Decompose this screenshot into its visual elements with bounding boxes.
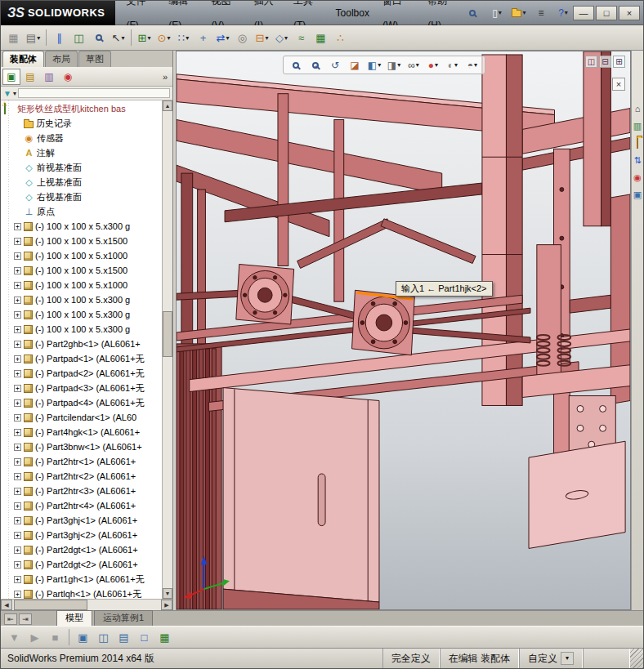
expander-icon[interactable]: + [14,532,21,539]
expander-icon[interactable]: + [14,444,21,451]
close-preview-icon[interactable]: × [612,78,625,91]
tree-item-8[interactable]: +(-) 100 x 100 x 5.x1500 [1,234,162,248]
viewport-layout-icon[interactable]: ◫ [94,628,113,647]
panel-expand-icon[interactable]: » [159,72,171,82]
apply-scene-icon[interactable]: ◐▾ [444,57,462,73]
vscroll-track[interactable] [163,111,172,588]
filter-caret-icon[interactable]: ▾ [13,90,16,97]
scroll-left-icon[interactable]: ◀ [1,600,12,610]
tree-item-23[interactable]: +(-) Part2htr<1> (AL6061+ [1,454,162,469]
tree-item-29[interactable]: +(-) Part2dgt<1> (AL6061+ [1,542,162,557]
feature-manager-icon[interactable]: ▣ [2,69,20,85]
view-orientation-icon[interactable]: ◧▾ [365,57,383,73]
expander-icon[interactable]: + [14,429,21,436]
exploded-view-icon[interactable]: ∴ [331,29,350,47]
mate-icon[interactable]: ⊙▾ [154,29,173,47]
bottom-tab-模型[interactable]: 模型 [56,610,92,626]
expander-icon[interactable]: + [14,355,21,363]
tree-item-11[interactable]: +(-) 100 x 100 x 5.x1000 [1,278,162,292]
tree-vertical-scrollbar[interactable]: ▲ ▼ [162,100,172,599]
update-icon[interactable]: ⇅ [632,154,643,167]
property-manager-icon[interactable]: ▤ [21,69,39,85]
tree-item-9[interactable]: +(-) 100 x 100 x 5.x1000 [1,248,162,263]
reference-geometry-icon[interactable]: ◇▾ [272,29,291,47]
tree-item-24[interactable]: +(-) Part2htr<2> (AL6061+ [1,469,162,484]
stop-icon[interactable]: ■ [46,628,65,647]
display-manager-icon[interactable]: ◉ [59,69,77,85]
new-document-icon[interactable]: ▯▾ [487,5,507,21]
tree-item-22[interactable]: +(-) Part3bnw<1> (AL6061+ [1,439,162,454]
isolate-icon[interactable]: ▣ [74,628,92,647]
open-icon[interactable]: ▾ [509,5,529,21]
scroll-down-icon[interactable]: ▼ [163,588,172,599]
custom-props-icon[interactable]: ▣ [632,189,643,201]
expander-icon[interactable]: + [14,370,21,377]
pane-grid-icon[interactable]: ⊞ [613,56,625,68]
expander-icon[interactable]: + [14,473,21,480]
model-plates[interactable] [223,388,379,609]
tab-草图[interactable]: 草图 [78,51,111,67]
resize-grip[interactable] [630,649,643,668]
tree-item-16[interactable]: +(-) Partpad<1> (AL6061+无 [1,351,162,366]
view-settings-icon[interactable]: ◓▾ [463,57,481,73]
insert-component-icon[interactable]: ⊞▾ [135,29,154,47]
display-style-icon[interactable]: ◨▾ [385,57,403,73]
tree-filter-input[interactable] [18,88,170,98]
tree-item-10[interactable]: +(-) 100 x 100 x 5.x1500 [1,263,162,278]
graphics-viewport[interactable]: ↺◪◧▾◨▾∞▾●▾◐▾◓▾ ◫⊟⊞ × 输入1 ← Part1hjk<2> [176,51,631,610]
tree-item-28[interactable]: +(-) Part3ghj<2> (AL6061+ [1,528,162,542]
expander-icon[interactable]: + [14,546,21,554]
smart-fasteners-icon[interactable]: + [194,29,212,47]
show-hidden-icon[interactable]: ◎ [233,29,252,47]
tree-item-6[interactable]: ⊥原点 [1,204,162,219]
tab-装配体[interactable]: 装配体 [2,51,44,67]
expander-icon[interactable]: + [14,223,21,230]
expander-icon[interactable]: + [14,282,21,289]
hide-show-icon[interactable]: ∞▾ [405,57,423,73]
tree-item-32[interactable]: +(-) Partlqh<1> (AL6061+无 [1,586,162,599]
expander-icon[interactable]: + [14,517,21,524]
tab-scroll-start-icon[interactable]: ⇤ [4,613,17,625]
expander-icon[interactable]: + [14,414,21,421]
component-pattern-icon[interactable]: ∷▾ [174,29,193,47]
play-icon[interactable]: ▶ [25,628,44,647]
tree-item-7[interactable]: +(-) 100 x 100 x 5.x300 g [1,219,162,234]
move-component-icon[interactable]: ⇄▾ [213,29,232,47]
expander-icon[interactable]: + [14,311,21,319]
scroll-right-icon[interactable]: ▶ [161,600,172,610]
menu-item-5[interactable]: Toolbox [329,1,376,25]
home-icon[interactable]: ⌂ [632,103,643,115]
tree-item-5[interactable]: ◇右视基准面 [1,190,162,204]
options-icon[interactable]: ≡ [531,5,551,21]
tree-item-31[interactable]: +(-) Part1gh<1> (AL6061+无 [1,572,162,586]
assembly-features-icon[interactable]: ⊟▾ [253,29,271,47]
tree-item-19[interactable]: +(-) Partpad<4> (AL6061+无 [1,395,162,410]
hscroll-track[interactable] [12,600,161,610]
tree-item-0[interactable]: 历史记录 [1,116,162,131]
screen-capture-icon[interactable]: ▦ [4,29,23,47]
expander-icon[interactable]: + [14,297,21,304]
expander-icon[interactable]: + [14,458,21,466]
pane-horizontal-icon[interactable]: ⊟ [599,56,611,68]
expander-icon[interactable]: + [14,385,21,392]
file-explorer-icon[interactable] [632,137,643,149]
pane-split-icon[interactable]: ◫ [585,56,597,68]
appearances-icon[interactable]: ◉ [632,172,643,184]
close-button[interactable]: × [619,6,640,20]
assembly-visualization-icon[interactable]: ▤ [114,628,133,647]
hscroll-thumb[interactable] [14,600,87,610]
tree-item-4[interactable]: ◇上视基准面 [1,175,162,190]
tree-item-25[interactable]: +(-) Part2htr<3> (AL6061+ [1,484,162,498]
zoom-fit-icon[interactable] [287,57,305,73]
compare-icon[interactable]: ◫ [69,29,88,47]
model-flange-left[interactable] [236,264,294,324]
tree-item-20[interactable]: +(-) Partcilendar<1> (AL60 [1,410,162,425]
tree-root-item[interactable]: ⚠矩形铁丝成型机kitchen bas [1,101,162,116]
model-flange-right[interactable] [352,290,415,355]
expander-icon[interactable]: + [14,561,21,569]
evaluate-icon[interactable]: ▥ [632,120,643,132]
help-icon[interactable]: ?▾ [553,5,573,21]
expander-icon[interactable]: + [14,267,21,274]
previous-view-icon[interactable]: ↺ [326,57,344,73]
tree-item-27[interactable]: +(-) Part3ghj<1> (AL6061+ [1,513,162,528]
